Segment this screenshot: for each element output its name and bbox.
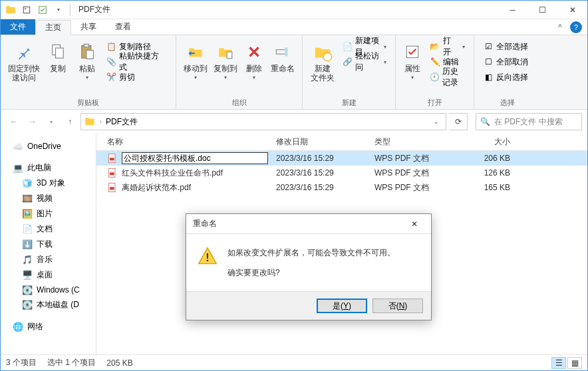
moveto-button[interactable]: 移动到▾ (182, 38, 210, 96)
sidebar-item-desktop[interactable]: 🖥️桌面 (1, 267, 96, 283)
selectall-button[interactable]: ☑全部选择 (480, 39, 531, 54)
drive-icon: 💽 (22, 300, 33, 310)
dropdown-icon[interactable]: ⌄ (430, 118, 443, 125)
tab-home[interactable]: 主页 (35, 20, 71, 35)
tab-view[interactable]: 查看 (106, 19, 140, 35)
dialog-close-button[interactable]: ✕ (404, 219, 424, 229)
svg-point-11 (323, 53, 332, 61)
newfolder-button[interactable]: 新建 文件夹 (308, 38, 337, 96)
sidebar-item-documents[interactable]: 📄文档 (1, 221, 96, 237)
pin-button[interactable]: 固定到快 速访问 (6, 38, 42, 96)
paste-button[interactable]: 粘贴▾ (74, 38, 100, 96)
search-input[interactable]: 🔍 在 PDF文件 中搜索 (476, 113, 582, 130)
view-details-button[interactable]: ☰ (551, 357, 566, 369)
sidebar-item-downloads[interactable]: ⬇️下载 (1, 237, 96, 252)
selectnone-button[interactable]: ☐全部取消 (480, 55, 531, 69)
documents-icon: 📄 (22, 224, 33, 235)
dialog-line1: 如果改变文件扩展名，可能会导致文件不可用。 (227, 246, 395, 259)
paste-shortcut-button[interactable]: 📎粘贴快捷方式 (102, 55, 170, 69)
sidebar-item-thispc[interactable]: 💻此电脑 (1, 160, 96, 176)
header-date[interactable]: 修改日期 (272, 136, 370, 148)
qat-checkbox-icon[interactable] (35, 3, 50, 17)
header-name[interactable]: 名称 (103, 136, 272, 148)
delete-icon (243, 41, 265, 62)
cut-button[interactable]: ✂️剪切 (102, 70, 170, 84)
qat-properties-icon[interactable] (19, 3, 34, 17)
invertsel-button[interactable]: ◧反向选择 (480, 70, 531, 84)
file-row[interactable]: 红头文件科技企业任命书.pdf2023/3/16 15:29WPS PDF 文档… (96, 166, 587, 180)
header-type[interactable]: 类型 (370, 136, 450, 148)
newitem-icon: 📄 (343, 41, 353, 52)
ribbon: 固定到快 速访问 复制 粘贴▾ 📋复制路径 📎粘贴快捷方式 ✂️剪切 剪贴板 移… (1, 35, 587, 110)
easyaccess-button[interactable]: 🔗轻松访问▾ (339, 55, 390, 69)
close-button[interactable]: ✕ (557, 1, 587, 19)
warning-icon: ! (197, 246, 218, 267)
file-type: WPS PDF 文档 (370, 153, 450, 164)
breadcrumb[interactable]: › PDF文件 ⌄ (80, 113, 446, 130)
dialog-yes-button[interactable]: 是(Y) (317, 299, 367, 313)
file-size: 206 KB (450, 154, 514, 163)
history-button[interactable]: 🕘历史记录 (426, 70, 468, 84)
cloud-icon: ☁️ (13, 141, 23, 152)
open-button[interactable]: 📂打开▾ (426, 39, 468, 54)
ribbon-collapse-button[interactable]: ^ (554, 21, 566, 33)
breadcrumb-segment[interactable]: PDF文件 (106, 116, 138, 128)
file-row[interactable]: 2023/3/16 15:29WPS PDF 文档206 KB (96, 151, 587, 166)
pin-icon (13, 41, 35, 62)
pdf-icon (107, 182, 118, 193)
folder-icon (84, 116, 96, 128)
nav-up-button[interactable]: ↑ (62, 114, 78, 130)
copyto-icon (215, 41, 236, 62)
help-button[interactable]: ? (570, 21, 582, 33)
svg-rect-6 (84, 44, 88, 47)
properties-button[interactable]: 属性▾ (401, 38, 424, 96)
column-headers[interactable]: 名称 修改日期 类型 大小 (96, 134, 587, 151)
pdf-icon (107, 153, 118, 164)
sidebar-item-3dobjects[interactable]: 🧊3D 对象 (1, 176, 96, 191)
qat-dropdown-icon[interactable]: ▾ (51, 3, 66, 17)
network-icon: 🌐 (13, 322, 23, 332)
copyto-button[interactable]: 复制到▾ (212, 38, 240, 96)
sidebar-item-music[interactable]: 🎵音乐 (1, 252, 96, 267)
sidebar: ☁️OneDrive 💻此电脑 🧊3D 对象 🎞️视频 🖼️图片 📄文档 ⬇️下… (1, 134, 96, 356)
shortcut-icon: 📎 (106, 57, 116, 67)
file-name: 离婚起诉状范本.pdf (122, 182, 191, 193)
sidebar-item-pictures[interactable]: 🖼️图片 (1, 206, 96, 221)
svg-rect-16 (110, 172, 114, 175)
nav-recent-button[interactable]: ▾ (43, 114, 59, 130)
tab-share[interactable]: 共享 (71, 19, 106, 35)
dialog-no-button[interactable]: 否(N) (372, 299, 423, 313)
file-row[interactable]: 离婚起诉状范本.pdf2023/3/16 15:29WPS PDF 文档165 … (96, 180, 587, 195)
header-size[interactable]: 大小 (450, 136, 514, 148)
sidebar-item-windowsc[interactable]: 💽Windows (C (1, 283, 96, 297)
nav-forward-button[interactable]: → (25, 114, 41, 130)
file-name: 红头文件科技企业任命书.pdf (122, 168, 223, 179)
refresh-button[interactable]: ⟳ (449, 113, 468, 130)
pictures-icon: 🖼️ (22, 209, 33, 219)
svg-rect-18 (110, 187, 114, 189)
rename-input[interactable] (122, 152, 268, 164)
nav-back-button[interactable]: ← (6, 114, 22, 130)
maximize-button[interactable]: ☐ (527, 1, 557, 19)
minimize-button[interactable]: ─ (498, 1, 527, 19)
file-date: 2023/3/16 15:29 (272, 168, 370, 178)
copy-icon (47, 41, 69, 62)
chevron-right-icon[interactable]: › (100, 118, 102, 125)
sidebar-item-videos[interactable]: 🎞️视频 (1, 191, 96, 206)
copy-button[interactable]: 复制 (45, 38, 71, 96)
cut-icon: ✂️ (106, 72, 116, 82)
view-icons-button[interactable]: ▦ (567, 357, 582, 369)
rename-dialog: 重命名✕ ! 如果改变文件扩展名，可能会导致文件不可用。 确实要更改吗? 是(Y… (186, 213, 432, 320)
file-type: WPS PDF 文档 (370, 182, 450, 193)
pdf-icon (107, 168, 118, 178)
rename-button[interactable]: 重命名 (269, 38, 297, 96)
search-icon: 🔍 (480, 117, 490, 126)
tab-file[interactable]: 文件 (1, 19, 35, 35)
sidebar-item-onedrive[interactable]: ☁️OneDrive (1, 139, 96, 154)
sidebar-item-network[interactable]: 🌐网络 (1, 319, 96, 334)
downloads-icon: ⬇️ (22, 239, 33, 250)
folder-icon (3, 3, 18, 17)
delete-button[interactable]: 删除▾ (242, 38, 266, 96)
svg-rect-14 (110, 158, 114, 160)
sidebar-item-locald[interactable]: 💽本地磁盘 (D (1, 297, 96, 312)
